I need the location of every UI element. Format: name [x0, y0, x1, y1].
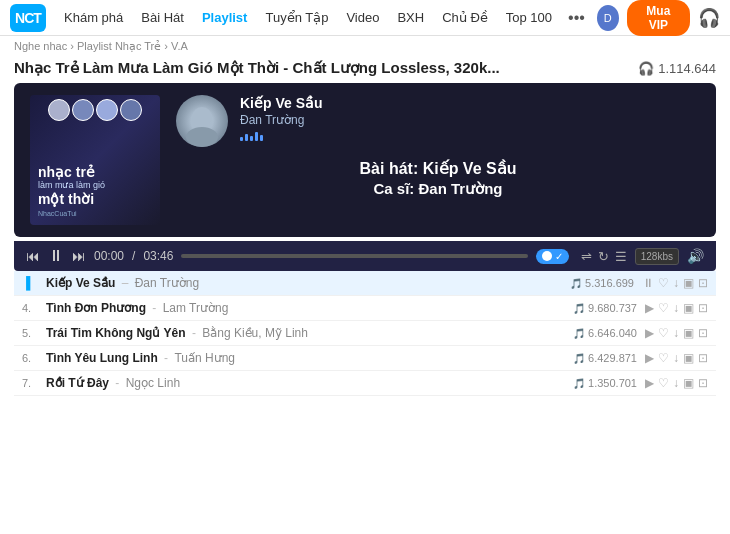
- like-track-btn[interactable]: ♡: [658, 276, 669, 290]
- nav-item-chủ-đề[interactable]: Chủ Đề: [434, 6, 496, 29]
- track-item[interactable]: 6.Tình Yêu Lung Linh - Tuấn Hưng🎵 6.429.…: [14, 346, 716, 371]
- like-track-btn[interactable]: ♡: [658, 301, 669, 315]
- track-item[interactable]: 4.Tình Đơn Phương - Lam Trường🎵 9.680.73…: [14, 296, 716, 321]
- pause-button[interactable]: ⏸: [48, 247, 64, 265]
- track-play-count: 🎵 6.429.871: [573, 352, 637, 364]
- track-item[interactable]: 5.Trái Tim Không Ngủ Yên - Bằng Kiều, Mỹ…: [14, 321, 716, 346]
- now-playing-top: Kiếp Ve Sầu Đan Trường: [176, 95, 700, 147]
- sound-wave: [240, 131, 700, 141]
- nav-item-top-100[interactable]: Top 100: [498, 6, 560, 29]
- like-track-btn[interactable]: ♡: [658, 326, 669, 340]
- play-track-btn[interactable]: ▶: [645, 301, 654, 315]
- artist-info: Kiếp Ve Sầu Đan Trường: [240, 95, 700, 141]
- track-number: 5.: [22, 327, 46, 339]
- svg-point-1: [186, 127, 218, 147]
- time-separator: /: [132, 249, 135, 263]
- nav-item-bài-hát[interactable]: Bài Hát: [133, 6, 192, 29]
- more-track-btn[interactable]: ⊡: [698, 351, 708, 365]
- album-text-mot: một thời: [38, 191, 105, 208]
- like-track-btn[interactable]: ♡: [658, 351, 669, 365]
- track-actions: ▶♡↓▣⊡: [645, 326, 708, 340]
- add-track-btn[interactable]: ▣: [683, 351, 694, 365]
- page-title-row: Nhạc Trẻ Làm Mưa Làm Gió Một Thời - Chất…: [0, 57, 730, 83]
- wave-bar-5: [260, 135, 263, 141]
- track-number: 7.: [22, 377, 46, 389]
- playlist-queue-icon[interactable]: ☰: [615, 249, 627, 264]
- breadcrumb: Nghe nhac › Playlist Nhạc Trẻ › V.A: [0, 36, 730, 57]
- time-current: 00:00: [94, 249, 124, 263]
- track-title: Kiếp Ve Sầu – Đan Trường: [46, 276, 570, 290]
- wave-bar-2: [245, 134, 248, 141]
- add-track-btn[interactable]: ▣: [683, 376, 694, 390]
- download-track-btn[interactable]: ↓: [673, 351, 679, 365]
- time-total: 03:46: [143, 249, 173, 263]
- like-track-btn[interactable]: ♡: [658, 376, 669, 390]
- add-track-btn[interactable]: ▣: [683, 301, 694, 315]
- shuffle-icon[interactable]: ⇌: [581, 249, 592, 264]
- track-play-count: 🎵 6.646.040: [573, 327, 637, 339]
- add-track-btn[interactable]: ▣: [683, 276, 694, 290]
- play-track-btn[interactable]: ▶: [645, 376, 654, 390]
- song-info-big: Bài hát: Kiếp Ve Sầu Ca sĩ: Đan Trường: [176, 159, 700, 198]
- track-item[interactable]: 7.Rồi Tứ Đây - Ngọc Linh🎵 1.350.701▶♡↓▣⊡: [14, 371, 716, 396]
- download-track-btn[interactable]: ↓: [673, 276, 679, 290]
- track-title: Tình Đơn Phương - Lam Trường: [46, 301, 573, 315]
- track-item[interactable]: ▐Kiếp Ve Sầu – Đan Trường🎵 5.316.699⏸♡↓▣…: [14, 271, 716, 296]
- play-track-btn[interactable]: ⏸: [642, 276, 654, 290]
- nav-item-playlist[interactable]: Playlist: [194, 6, 256, 29]
- album-singers: [30, 99, 160, 121]
- download-track-btn[interactable]: ↓: [673, 301, 679, 315]
- play-track-btn[interactable]: ▶: [645, 326, 654, 340]
- singer-face-1: [48, 99, 70, 121]
- headphone-icon[interactable]: 🎧: [698, 7, 720, 29]
- artist-big-label: Ca sĩ: Đan Trường: [176, 180, 700, 198]
- nav-more-button[interactable]: •••: [562, 5, 591, 31]
- singer-face-2: [72, 99, 94, 121]
- top-navigation: NCT Khám pháBài HátPlaylistTuyển TậpVide…: [0, 0, 730, 36]
- svg-point-0: [192, 107, 212, 127]
- nav-item-tuyển-tập[interactable]: Tuyển Tập: [257, 6, 336, 29]
- nav-item-bxh[interactable]: BXH: [389, 6, 432, 29]
- player-area: nhạc trẻ làm mưa làm gió một thời NhacCu…: [14, 83, 716, 237]
- track-list: ▐Kiếp Ve Sầu – Đan Trường🎵 5.316.699⏸♡↓▣…: [14, 271, 716, 396]
- download-track-btn[interactable]: ↓: [673, 376, 679, 390]
- more-track-btn[interactable]: ⊡: [698, 326, 708, 340]
- nav-item-video[interactable]: Video: [338, 6, 387, 29]
- prev-button[interactable]: ⏮: [26, 248, 40, 264]
- wave-bar-4: [255, 132, 258, 141]
- play-track-btn[interactable]: ▶: [645, 351, 654, 365]
- nav-item-khám-phá[interactable]: Khám phá: [56, 6, 131, 29]
- next-button[interactable]: ⏭: [72, 248, 86, 264]
- more-track-btn[interactable]: ⊡: [698, 376, 708, 390]
- ctrl-icons: ⇌ ↻ ☰: [581, 249, 627, 264]
- track-actions: ▶♡↓▣⊡: [645, 301, 708, 315]
- track-number: ▐: [22, 276, 46, 290]
- singer-face-4: [120, 99, 142, 121]
- more-track-btn[interactable]: ⊡: [698, 301, 708, 315]
- vip-button[interactable]: Mua VIP: [627, 0, 690, 36]
- toggle-button[interactable]: ✓: [536, 249, 569, 264]
- track-actions: ▶♡↓▣⊡: [645, 351, 708, 365]
- player-controls: ⏮ ⏸ ⏭ 00:00 / 03:46 ✓ ⇌ ↻ ☰ 128kbs 🔊: [14, 241, 716, 271]
- repeat-icon[interactable]: ↻: [598, 249, 609, 264]
- song-big-label: Bài hát: Kiếp Ve Sầu: [176, 159, 700, 178]
- track-actions: ▶♡↓▣⊡: [645, 376, 708, 390]
- player-right: Kiếp Ve Sầu Đan Trường Bài hát: Kiếp Ve …: [176, 95, 700, 202]
- quality-badge[interactable]: 128kbs: [635, 248, 679, 265]
- track-number: 4.: [22, 302, 46, 314]
- wave-bar-1: [240, 137, 243, 141]
- download-track-btn[interactable]: ↓: [673, 326, 679, 340]
- progress-bar[interactable]: [181, 254, 527, 258]
- wave-bar-3: [250, 136, 253, 141]
- headphone-icon-small: 🎧: [638, 61, 654, 76]
- add-track-btn[interactable]: ▣: [683, 326, 694, 340]
- singer-face-3: [96, 99, 118, 121]
- track-play-count: 🎵 5.316.699: [570, 277, 634, 289]
- album-text-nhac: nhạc trẻ: [38, 164, 105, 181]
- more-track-btn[interactable]: ⊡: [698, 276, 708, 290]
- user-avatar[interactable]: D: [597, 5, 619, 31]
- volume-icon[interactable]: 🔊: [687, 248, 704, 264]
- logo[interactable]: NCT: [10, 4, 46, 32]
- now-song-name: Kiếp Ve Sầu: [240, 95, 700, 111]
- toggle-check: ✓: [555, 251, 563, 262]
